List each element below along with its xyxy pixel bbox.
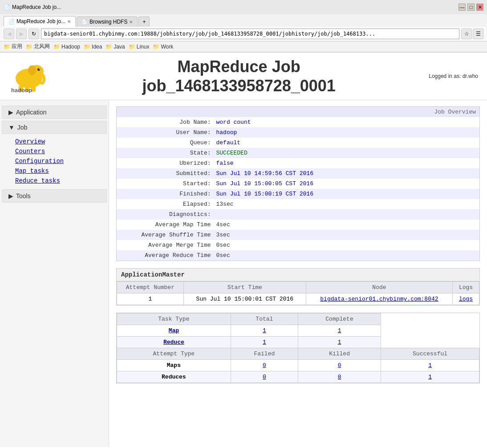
uberized-label: Uberized:	[117, 158, 215, 168]
task-reduce-link[interactable]: Reduce	[163, 339, 184, 346]
avg-shuffle-time-value: 3sec	[215, 230, 480, 240]
job-title: MapReduce Job job_1468133958728_0001	[49, 57, 429, 95]
tab-close-2[interactable]: ✕	[129, 20, 133, 24]
sidebar-item-overview[interactable]: Overview	[9, 137, 109, 147]
job-section-header[interactable]: ▼ Job	[2, 121, 107, 134]
attempt-maps-failed-link[interactable]: 0	[263, 362, 266, 369]
tab-browsing-hdfs[interactable]: 📄 Browsing HDFS ✕	[77, 16, 138, 27]
attempt-reduces-failed-link[interactable]: 0	[263, 374, 266, 380]
minimize-button[interactable]: —	[459, 4, 466, 11]
task-reduce-complete: 1	[298, 337, 381, 348]
task-header-row: Task Type Total Complete	[117, 314, 479, 325]
avg-shuffle-time-label: Average Shuffle Time	[117, 230, 215, 240]
job-arrow-icon: ▼	[8, 124, 15, 131]
sidebar-item-configuration[interactable]: Configuration	[9, 156, 109, 166]
maximize-button[interactable]: □	[467, 4, 475, 11]
reload-button[interactable]: ↻	[28, 29, 39, 39]
am-col-start-time: Start Time	[183, 282, 306, 293]
tools-section-label: Tools	[16, 192, 31, 200]
finished-row: Finished: Sun Jul 10 15:00:19 CST 2016	[117, 189, 480, 199]
close-button[interactable]: ✕	[476, 4, 483, 11]
task-reduce-complete-link[interactable]: 1	[338, 339, 341, 346]
back-button[interactable]: ◀	[4, 29, 14, 39]
bookmark-hadoop-label: Hadoop	[61, 44, 80, 50]
sidebar-nav: Overview Counters Configuration Map task…	[0, 135, 109, 187]
task-reduce-type: Reduce	[117, 337, 231, 348]
task-map-complete-link[interactable]: 1	[338, 327, 341, 334]
task-map-row: Map 1 1	[117, 325, 479, 337]
bookmark-beifengwang[interactable]: 📁 北风网	[26, 43, 50, 50]
page-icon: 📄	[4, 4, 10, 10]
bookmark-apps-label: 应用	[12, 43, 22, 50]
submitted-label: Submitted:	[117, 168, 215, 179]
elapsed-value: 13sec	[215, 199, 480, 209]
address-bar: ◀ ▶ ↻ ☆ ☰	[0, 27, 487, 41]
page-container: hadoop MapReduce Job job_1468133958728_0…	[0, 53, 487, 447]
uberized-value: false	[215, 158, 480, 168]
attempt-maps-killed-link[interactable]: 0	[338, 362, 341, 369]
window-title: MapReduce Job jo...	[12, 4, 61, 10]
am-node-link[interactable]: bigdata-senior01.chybinmy.com:8042	[320, 296, 438, 302]
job-overview-table: Job Overview Job Name: word count User N…	[116, 106, 480, 261]
bookmark-linux-label: Linux	[137, 44, 150, 50]
attempt-reduces-successful-link[interactable]: 1	[428, 374, 432, 380]
avg-reduce-time-value: 0sec	[215, 250, 480, 261]
tab-new[interactable]: +	[138, 16, 150, 27]
bookmark-idea[interactable]: 📁 Idea	[84, 44, 102, 50]
application-section-header[interactable]: ▶ Application	[2, 106, 107, 119]
beifengwang-folder-icon: 📁	[26, 44, 32, 50]
bookmark-apps[interactable]: 📁 应用	[4, 43, 22, 50]
sidebar-section-job: ▼ Job Overview Counters Configuration Ma…	[0, 121, 109, 187]
attempt-col-type: Attempt Type	[117, 348, 231, 360]
sidebar-item-reduce-tasks[interactable]: Reduce tasks	[9, 176, 109, 186]
task-reduce-total-link[interactable]: 1	[263, 339, 266, 346]
url-bar[interactable]	[41, 29, 459, 39]
avg-merge-time-value: 0sec	[215, 240, 480, 250]
task-map-link[interactable]: Map	[169, 327, 179, 334]
am-header-row: Attempt Number Start Time Node Logs	[117, 282, 479, 293]
bookmark-work[interactable]: 📁 Work	[153, 44, 173, 50]
apps-folder-icon: 📁	[4, 44, 10, 50]
attempt-col-failed: Failed	[231, 348, 298, 360]
state-value: SUCCEEDED	[215, 148, 480, 158]
sidebar-item-map-tasks[interactable]: Map tasks	[9, 166, 109, 176]
task-summary-section: Task Type Total Complete Map 1 1 Reduce	[116, 313, 480, 383]
elapsed-row: Elapsed: 13sec	[117, 199, 480, 209]
star-button[interactable]: ☆	[461, 29, 472, 39]
attempt-maps-successful-link[interactable]: 1	[428, 362, 432, 369]
attempt-reduces-killed-link[interactable]: 0	[338, 374, 341, 380]
tools-section-header[interactable]: ▶ Tools	[2, 189, 107, 203]
browser-chrome: 📄 MapReduce Job jo... — □ ✕ 📄 MapReduce …	[0, 0, 487, 53]
forward-button[interactable]: ▶	[16, 29, 27, 39]
am-logs-link[interactable]: logs	[459, 296, 473, 302]
tab-close-1[interactable]: ✕	[67, 19, 71, 24]
task-map-total-link[interactable]: 1	[263, 327, 266, 334]
am-data-row-1: 1 Sun Jul 10 15:00:01 CST 2016 bigdata-s…	[117, 293, 479, 305]
finished-label: Finished:	[117, 189, 215, 199]
application-master-section: ApplicationMaster Attempt Number Start T…	[116, 268, 480, 305]
sidebar-item-counters[interactable]: Counters	[9, 147, 109, 156]
window-controls[interactable]: — □ ✕	[459, 4, 483, 11]
logged-in-text: Logged in as: dr.who	[429, 73, 478, 79]
state-label: State:	[117, 148, 215, 158]
am-attempt-value: 1	[117, 293, 184, 305]
menu-button[interactable]: ☰	[473, 29, 483, 39]
attempt-col-killed: Killed	[298, 348, 381, 360]
diagnostics-value	[215, 209, 480, 220]
tab-mapreducejob[interactable]: 📄 MapReduce Job jo... ✕	[4, 16, 76, 27]
bookmark-linux[interactable]: 📁 Linux	[129, 44, 150, 50]
avg-merge-time-label: Average Merge Time	[117, 240, 215, 250]
attempt-maps-killed: 0	[298, 360, 381, 371]
started-value: Sun Jul 10 15:00:05 CST 2016	[215, 179, 480, 189]
queue-value: default	[215, 138, 480, 148]
attempt-reduces-killed: 0	[298, 371, 381, 383]
new-tab-icon: +	[142, 19, 146, 25]
task-map-total: 1	[231, 325, 298, 337]
application-arrow-icon: ▶	[8, 109, 13, 116]
avg-reduce-time-label: Average Reduce Time	[117, 250, 215, 261]
am-logs-value: logs	[452, 293, 479, 305]
bookmark-hadoop[interactable]: 📁 Hadoop	[53, 44, 80, 50]
avg-map-time-value: 4sec	[215, 220, 480, 230]
tab-label-2: Browsing HDFS	[89, 19, 127, 25]
bookmark-java[interactable]: 📁 Java	[106, 44, 125, 50]
